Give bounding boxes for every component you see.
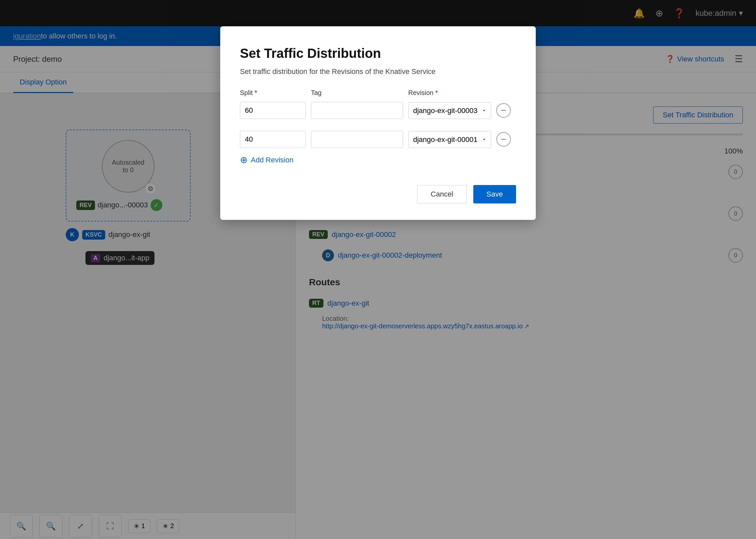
revision-required-star: * bbox=[435, 89, 438, 96]
modal-title: Set Traffic Distribution bbox=[240, 46, 516, 61]
tag-input-2[interactable] bbox=[311, 131, 403, 148]
split-input-2[interactable] bbox=[240, 131, 306, 148]
minus-icon: − bbox=[501, 106, 506, 115]
modal-row-2: django-ex-git-00001 django-ex-git-00003 … bbox=[240, 131, 516, 148]
modal-footer: Cancel Save bbox=[240, 185, 516, 203]
save-button[interactable]: Save bbox=[473, 185, 516, 203]
add-revision-label: Add Revision bbox=[251, 156, 293, 164]
remove-row-1-button[interactable]: − bbox=[496, 103, 511, 118]
modal-subtitle: Set traffic distribution for the Revisio… bbox=[240, 67, 516, 76]
col-header-revision: Revision * bbox=[408, 89, 491, 97]
split-input-1[interactable] bbox=[240, 102, 306, 119]
add-revision-button[interactable]: ⊕ Add Revision bbox=[240, 154, 516, 165]
add-revision-plus-icon: ⊕ bbox=[240, 154, 248, 165]
col-header-split: Split * bbox=[240, 89, 306, 97]
modal-row-1: django-ex-git-00003 django-ex-git-00001 … bbox=[240, 102, 516, 119]
modal-overlay: Set Traffic Distribution Set traffic dis… bbox=[0, 0, 756, 539]
tag-input-1[interactable] bbox=[311, 102, 403, 119]
revision-select-1[interactable]: django-ex-git-00003 django-ex-git-00001 … bbox=[408, 102, 491, 119]
col-header-tag: Tag bbox=[311, 89, 403, 97]
split-required-star: * bbox=[255, 89, 257, 96]
modal-column-headers: Split * Tag Revision * bbox=[240, 89, 516, 97]
revision-select-2[interactable]: django-ex-git-00001 django-ex-git-00003 … bbox=[408, 131, 491, 148]
modal-dialog: Set Traffic Distribution Set traffic dis… bbox=[220, 26, 536, 220]
cancel-button[interactable]: Cancel bbox=[417, 185, 466, 203]
minus-icon-2: − bbox=[501, 135, 506, 144]
remove-row-2-button[interactable]: − bbox=[496, 132, 511, 147]
